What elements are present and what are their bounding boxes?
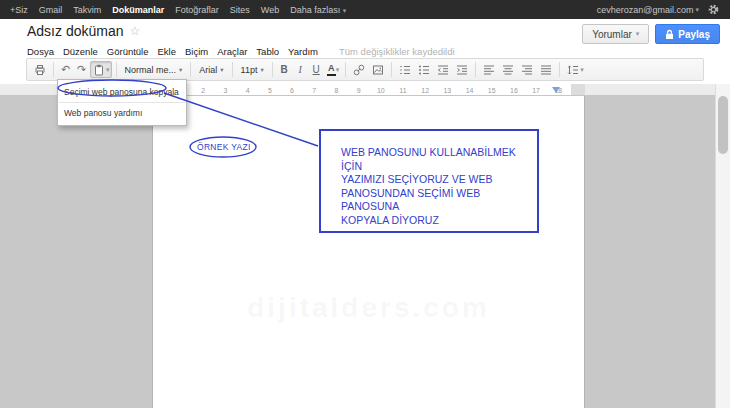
chevron-down-icon: ▾ [336, 66, 340, 74]
justify-button[interactable] [537, 61, 555, 78]
ruler-number: 14 [458, 86, 480, 95]
align-left-button[interactable] [480, 61, 498, 78]
indent-icon [455, 63, 469, 77]
toolbar-separator [475, 62, 476, 77]
bulleted-list-button[interactable] [415, 61, 433, 78]
align-left-icon [482, 63, 496, 77]
undo-button[interactable]: ↶ [58, 61, 73, 78]
ruler-number: 17 [525, 86, 547, 95]
text-color-icon: A [327, 64, 336, 76]
numbered-list-icon [398, 63, 412, 77]
redo-icon: ↷ [77, 64, 86, 75]
toolbar-separator [272, 62, 273, 77]
insert-link-button[interactable] [350, 61, 368, 78]
ruler-number: 4 [237, 86, 259, 95]
web-clipboard-menu: Seçimi web panosuna kopyala Web panosu y… [57, 79, 187, 126]
bold-label: B [281, 64, 288, 75]
share-button[interactable]: Paylaş [655, 24, 720, 44]
topbar-link-sites[interactable]: Sites [230, 5, 250, 15]
topbar-link-calendar[interactable]: Takvim [73, 5, 101, 15]
google-bar: +Siz Gmail Takvim Dokümanlar Fotoğraflar… [0, 0, 730, 19]
ruler-number: 15 [481, 86, 503, 95]
share-label: Paylaş [678, 29, 710, 40]
line-spacing-button[interactable]: ▾ [564, 61, 586, 78]
ruler-number: 13 [436, 86, 458, 95]
account-menu[interactable]: cevherozan@gmail.com ▾ [597, 5, 699, 15]
align-center-button[interactable] [499, 61, 517, 78]
menu-table[interactable]: Tablo [256, 46, 279, 57]
ruler-number: 5 [259, 86, 281, 95]
annotation-note-box: WEB PANOSUNU KULLANABİLMEK İÇİN YAZIMIZI… [319, 129, 539, 233]
line-spacing-icon [566, 63, 580, 77]
document-area: ÖRNEK YAZI WEB PANOSUNU KULLANABİLMEK İÇ… [0, 96, 715, 408]
topbar-link-photos[interactable]: Fotoğraflar [175, 5, 219, 15]
menu-file[interactable]: Dosya [27, 46, 54, 57]
print-button[interactable] [31, 61, 49, 78]
increase-indent-button[interactable] [453, 61, 471, 78]
undo-icon: ↶ [61, 64, 70, 75]
clipboard-icon [92, 63, 106, 77]
web-clipboard-button[interactable]: ▾ [90, 61, 112, 78]
menu-help[interactable]: Yardım [288, 46, 318, 57]
toolbar-separator [53, 62, 54, 77]
comments-button[interactable]: Yorumlar ▾ [582, 24, 649, 44]
align-center-icon [501, 63, 515, 77]
toolbar-separator [345, 62, 346, 77]
ruler-number: 6 [281, 86, 303, 95]
topbar-link-plus-you[interactable]: +Siz [10, 5, 28, 15]
chevron-down-icon: ▾ [695, 6, 699, 14]
chevron-down-icon: ▾ [106, 66, 110, 74]
ruler-number: 9 [348, 86, 370, 95]
ruler-number: 7 [303, 86, 325, 95]
decrease-indent-button[interactable] [434, 61, 452, 78]
vertical-scrollbar[interactable] [715, 84, 730, 408]
menubar: Dosya Düzenle Görüntüle Ekle Biçim Araçl… [27, 45, 455, 58]
topbar-link-web[interactable]: Web [261, 5, 279, 15]
redo-button[interactable]: ↷ [74, 61, 89, 78]
settings-gear-icon[interactable] [707, 3, 720, 16]
topbar-link-gmail[interactable]: Gmail [39, 5, 63, 15]
numbered-list-button[interactable] [396, 61, 414, 78]
insert-image-button[interactable] [369, 61, 387, 78]
print-icon [33, 63, 47, 77]
menu-format[interactable]: Biçim [185, 46, 208, 57]
underline-button[interactable]: U [309, 61, 324, 78]
bold-button[interactable]: B [277, 61, 292, 78]
toolbar-separator [391, 62, 392, 77]
menu-insert[interactable]: Ekle [158, 46, 176, 57]
underline-label: U [313, 64, 320, 75]
italic-button[interactable]: I [293, 61, 308, 78]
ruler-number: 8 [325, 86, 347, 95]
star-icon[interactable]: ☆ [130, 24, 141, 38]
font-size-dropdown[interactable]: 11pt ▾ [237, 61, 268, 78]
header-buttons: Yorumlar ▾ Paylaş [582, 24, 720, 44]
toolbar-separator [232, 62, 233, 77]
font-dropdown[interactable]: Arial ▾ [195, 61, 227, 78]
align-right-button[interactable] [518, 61, 536, 78]
ruler-right-margin [571, 84, 585, 95]
right-indent-marker[interactable] [552, 87, 560, 93]
styles-value: Normal me... [125, 65, 177, 75]
menu-tools[interactable]: Araçlar [217, 46, 247, 57]
scrollbar-thumb[interactable] [718, 96, 728, 154]
menu-item-copy-selection-to-web-clipboard[interactable]: Seçimi web panosuna kopyala [58, 83, 186, 101]
menu-edit[interactable]: Düzenle [63, 46, 98, 57]
ruler-number: 11 [392, 86, 414, 95]
link-icon [352, 63, 366, 77]
styles-dropdown[interactable]: Normal me... ▾ [121, 61, 187, 78]
menu-item-web-clipboard-help[interactable]: Web panosu yardımı [58, 104, 186, 122]
google-bar-links: +Siz Gmail Takvim Dokümanlar Fotoğraflar… [10, 5, 346, 15]
chevron-down-icon: ▾ [343, 7, 347, 14]
ruler-number: 16 [503, 86, 525, 95]
document-title[interactable]: Adsız doküman [27, 23, 124, 39]
title-wrap: Adsız doküman ☆ [27, 23, 140, 39]
topbar-link-more[interactable]: Daha fazlası ▾ [290, 5, 346, 15]
topbar-link-documents[interactable]: Dokümanlar [112, 5, 164, 15]
document-page[interactable]: ÖRNEK YAZI WEB PANOSUNU KULLANABİLMEK İÇ… [152, 96, 585, 408]
google-bar-account-area: cevherozan@gmail.com ▾ [597, 3, 720, 16]
toolbar-separator [116, 62, 117, 77]
text-color-button[interactable]: A ▾ [325, 61, 342, 78]
image-icon [371, 63, 385, 77]
chevron-down-icon: ▾ [636, 30, 640, 38]
menu-view[interactable]: Görüntüle [107, 46, 149, 57]
